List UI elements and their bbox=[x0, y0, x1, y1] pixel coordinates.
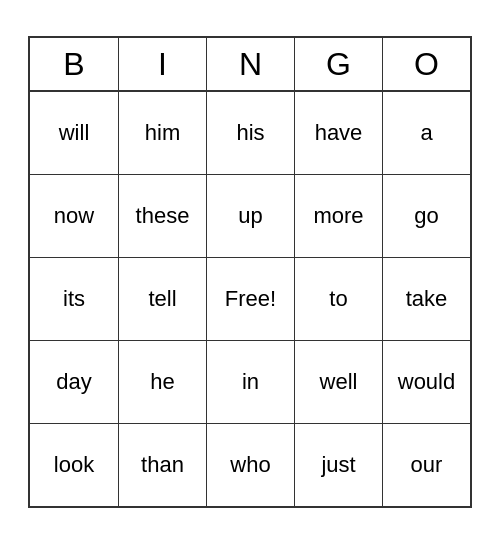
cell-r2-c2: Free! bbox=[206, 258, 294, 340]
bingo-card: BINGO willhimhishaveanowtheseupmoregoits… bbox=[28, 36, 472, 508]
cell-r0-c2: his bbox=[206, 92, 294, 174]
cell-r4-c1: than bbox=[118, 424, 206, 506]
cell-r1-c1: these bbox=[118, 175, 206, 257]
bingo-row: dayheinwellwould bbox=[30, 341, 470, 424]
bingo-row: nowtheseupmorego bbox=[30, 175, 470, 258]
cell-r1-c3: more bbox=[294, 175, 382, 257]
cell-r1-c4: go bbox=[382, 175, 470, 257]
header-letter: G bbox=[294, 38, 382, 90]
cell-r3-c2: in bbox=[206, 341, 294, 423]
bingo-row: lookthanwhojustour bbox=[30, 424, 470, 506]
cell-r0-c3: have bbox=[294, 92, 382, 174]
cell-r3-c4: would bbox=[382, 341, 470, 423]
bingo-row: itstellFree!totake bbox=[30, 258, 470, 341]
cell-r1-c2: up bbox=[206, 175, 294, 257]
cell-r2-c4: take bbox=[382, 258, 470, 340]
cell-r4-c2: who bbox=[206, 424, 294, 506]
cell-r2-c3: to bbox=[294, 258, 382, 340]
header-letter: I bbox=[118, 38, 206, 90]
cell-r3-c0: day bbox=[30, 341, 118, 423]
cell-r3-c3: well bbox=[294, 341, 382, 423]
cell-r4-c4: our bbox=[382, 424, 470, 506]
cell-r1-c0: now bbox=[30, 175, 118, 257]
header-letter: O bbox=[382, 38, 470, 90]
bingo-grid: willhimhishaveanowtheseupmoregoitstellFr… bbox=[30, 90, 470, 506]
cell-r4-c3: just bbox=[294, 424, 382, 506]
bingo-row: willhimhishavea bbox=[30, 92, 470, 175]
header-letter: N bbox=[206, 38, 294, 90]
cell-r2-c0: its bbox=[30, 258, 118, 340]
cell-r0-c1: him bbox=[118, 92, 206, 174]
bingo-header: BINGO bbox=[30, 38, 470, 90]
cell-r2-c1: tell bbox=[118, 258, 206, 340]
header-letter: B bbox=[30, 38, 118, 90]
cell-r0-c0: will bbox=[30, 92, 118, 174]
cell-r0-c4: a bbox=[382, 92, 470, 174]
cell-r3-c1: he bbox=[118, 341, 206, 423]
cell-r4-c0: look bbox=[30, 424, 118, 506]
